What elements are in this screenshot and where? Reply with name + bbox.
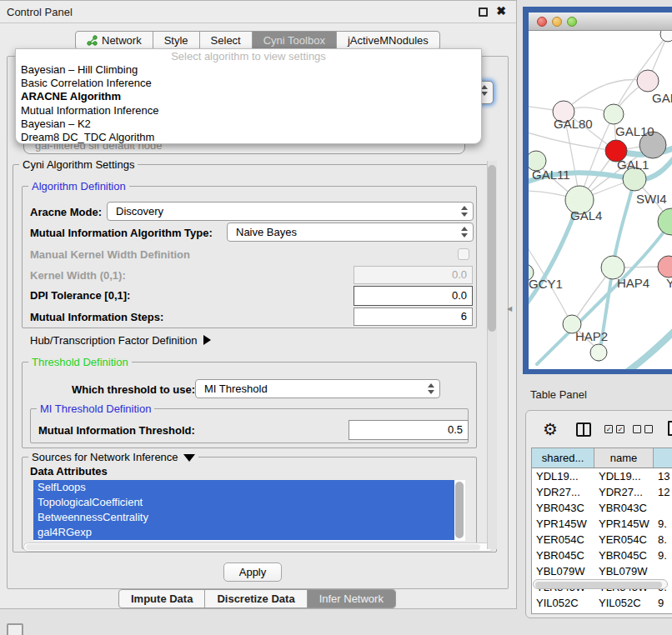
- settings-group-title: Cyni Algorithm Settings: [19, 158, 138, 171]
- network-window: GAL GAL80 GAL10 GAL1 GAL11 GAL4 SWI4 GCY…: [529, 12, 672, 369]
- network-labels: GAL GAL80 GAL10 GAL1 GAL11 GAL4 SWI4 GCY…: [529, 91, 672, 343]
- expand-right-icon: [203, 335, 211, 345]
- data-attributes-list: SelfLoops TopologicalCoefficient Between…: [33, 480, 465, 541]
- stepper-arrows-icon: [461, 206, 467, 217]
- settings-scrollbar-thumb[interactable]: [488, 165, 496, 332]
- tab-infer-network[interactable]: Infer Network: [308, 590, 395, 608]
- tab-jactivemnodules[interactable]: jActiveMNodules: [337, 32, 439, 49]
- attribute-item-selected[interactable]: BetweennessCentrality: [33, 510, 454, 525]
- cell-shared: YDL19...: [532, 468, 594, 484]
- node-label: GAL: [652, 91, 672, 105]
- attribute-item-selected[interactable]: TopologicalCoefficient: [33, 495, 454, 510]
- deselect-all-columns-icon[interactable]: [633, 425, 653, 433]
- dpi-tolerance-label: DPI Tolerance [0,1]:: [30, 289, 130, 302]
- control-panel-window: Control Panel ✖ Network Style Select Cyn…: [0, 0, 517, 609]
- column-header-name[interactable]: name: [594, 448, 654, 468]
- tab-select[interactable]: Select: [200, 32, 253, 49]
- kernel-width-label: Kernel Width (0,1):: [30, 269, 126, 282]
- mi-type-label: Mutual Information Algorithm Type:: [30, 227, 213, 239]
- manual-kernel-checkbox[interactable]: [458, 248, 469, 260]
- table-row[interactable]: YDR27...YDR27...12: [532, 484, 672, 500]
- manual-kernel-label: Manual Kernel Width Definition: [30, 248, 190, 261]
- stepper-arrows-icon: [461, 227, 467, 238]
- cell-shared: YBR045C: [532, 548, 594, 563]
- apply-button[interactable]: Apply: [223, 562, 282, 582]
- network-canvas[interactable]: GAL GAL80 GAL10 GAL1 GAL11 GAL4 SWI4 GCY…: [529, 31, 672, 369]
- tab-discretize-data[interactable]: Discretize Data: [205, 590, 307, 608]
- algorithm-dropdown-prompt: Select algorithm to view settings: [16, 49, 481, 63]
- table-row[interactable]: YIL052CYIL052C9: [532, 595, 672, 611]
- close-panel-icon[interactable]: ✖: [496, 4, 506, 18]
- tab-network[interactable]: Network: [76, 32, 153, 49]
- cell-value: 12: [654, 484, 672, 500]
- minimized-panel-icon[interactable]: [7, 623, 23, 635]
- aracne-mode-combo[interactable]: Discovery: [107, 202, 474, 221]
- sources-group-title[interactable]: Sources for Network Inference: [28, 451, 198, 463]
- table-row[interactable]: YPR145WYPR145W9.: [532, 516, 672, 532]
- cell-value: 13: [654, 468, 672, 484]
- cell-value: 8.: [654, 532, 672, 548]
- column-header-shared-name[interactable]: shared...: [532, 448, 594, 468]
- algorithm-option[interactable]: Basic Correlation Inference: [16, 77, 481, 90]
- node-gal10[interactable]: [604, 104, 624, 124]
- gear-icon[interactable]: ⚙: [543, 419, 558, 439]
- attribute-item-selected[interactable]: gal4RGexp: [33, 525, 454, 540]
- column-header-partial[interactable]: [654, 448, 672, 468]
- split-columns-icon[interactable]: [576, 422, 591, 437]
- table-row[interactable]: YBR045CYBR045C9.: [532, 548, 672, 563]
- mi-steps-label: Mutual Information Steps:: [30, 311, 163, 323]
- node[interactable]: [637, 70, 659, 92]
- table-row[interactable]: YER054CYER054C8.: [532, 532, 672, 548]
- mi-type-value: Naive Bayes: [236, 226, 297, 238]
- cell-value: 9.: [654, 548, 672, 563]
- zoom-window-icon[interactable]: [567, 17, 577, 27]
- node[interactable]: [590, 344, 607, 361]
- node-label: GAL11: [532, 168, 570, 182]
- horizontal-scrollbar[interactable]: [23, 542, 494, 552]
- mi-threshold-field[interactable]: 0.5: [349, 420, 469, 440]
- node-swi4[interactable]: [658, 208, 672, 235]
- which-threshold-combo[interactable]: MI Threshold: [195, 379, 440, 398]
- algorithm-dropdown-popup: Select algorithm to view settings Bayesi…: [15, 48, 482, 144]
- dpi-tolerance-field[interactable]: 0.0: [354, 286, 473, 306]
- attribute-item-selected[interactable]: SelfLoops: [33, 480, 454, 495]
- cell-shared: YPR145W: [532, 516, 594, 532]
- close-window-icon[interactable]: [537, 17, 547, 27]
- tab-select-label: Select: [211, 32, 241, 49]
- node[interactable]: [660, 31, 672, 42]
- tab-style-label: Style: [164, 32, 188, 49]
- hub-definition-expander[interactable]: Hub/Transcription Factor Definition: [30, 334, 211, 347]
- float-panel-icon[interactable]: [479, 8, 488, 17]
- network-window-titlebar[interactable]: [529, 12, 672, 31]
- scrollbar-thumb[interactable]: [535, 582, 662, 588]
- table-row[interactable]: YBR043CYBR043C: [532, 500, 672, 516]
- algorithm-option[interactable]: Mutual Information Inference: [16, 104, 481, 118]
- algorithm-option-selected[interactable]: ARACNE Algorithm: [16, 90, 481, 103]
- node-label: GAL10: [615, 124, 654, 138]
- mi-threshold-label: Mutual Information Threshold:: [38, 424, 195, 437]
- tab-style[interactable]: Style: [153, 32, 200, 49]
- cell-shared: YBL079W: [532, 563, 594, 579]
- cell-value: [654, 563, 672, 579]
- scrollbar-thumb[interactable]: [26, 544, 480, 550]
- cell-value: 9.: [654, 516, 672, 532]
- algorithm-option[interactable]: Bayesian – Hill Climbing: [16, 63, 481, 77]
- node-salmon[interactable]: [658, 256, 672, 278]
- kernel-width-field[interactable]: 0.0: [354, 266, 473, 284]
- mi-type-combo[interactable]: Naive Bayes: [227, 222, 474, 242]
- mi-steps-field[interactable]: 6: [354, 308, 473, 326]
- table-row[interactable]: YBL079WYBL079W: [532, 563, 672, 579]
- attributes-list-scrollbar[interactable]: [455, 482, 464, 538]
- select-all-columns-icon[interactable]: ✓✓: [604, 425, 624, 433]
- split-pane-collapse-icon[interactable]: ◀: [507, 305, 512, 312]
- table-row[interactable]: YDL19...YDL19...13: [532, 468, 672, 484]
- minimize-window-icon[interactable]: [552, 17, 562, 27]
- algorithm-option[interactable]: Dream8 DC_TDC Algorithm: [16, 131, 481, 144]
- cell-name: YBL079W: [594, 563, 654, 579]
- tab-impute-data[interactable]: Impute Data: [119, 590, 205, 608]
- algorithm-option[interactable]: Bayesian – K2: [16, 118, 481, 131]
- node-label: SWI4: [636, 192, 667, 206]
- new-table-icon[interactable]: [668, 421, 672, 436]
- tab-cyni-toolbox[interactable]: Cyni Toolbox: [253, 32, 337, 49]
- table-horizontal-scrollbar[interactable]: [533, 579, 668, 589]
